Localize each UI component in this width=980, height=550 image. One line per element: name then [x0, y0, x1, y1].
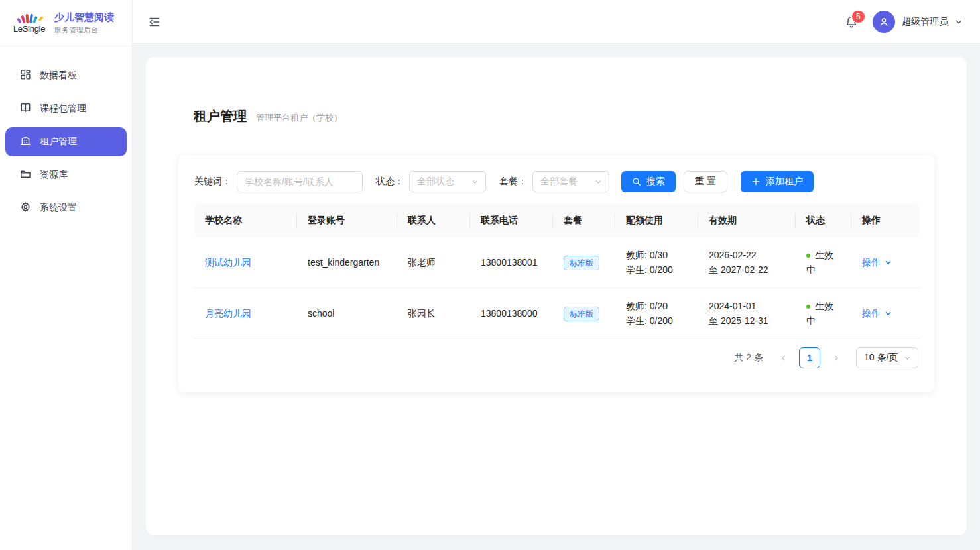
notifications-button[interactable]: 5 — [845, 15, 858, 28]
sidebar-menu: 数据看板 课程包管理 租户管理 资源库 — [0, 46, 132, 223]
reset-button[interactable]: 重 置 — [684, 171, 727, 192]
status-cell: 生效中 — [796, 237, 851, 288]
status-badge: 生效中 — [806, 250, 833, 275]
next-page-button[interactable] — [826, 347, 847, 368]
brand-logo-icon: LeSingle — [11, 12, 48, 34]
sidebar: LeSingle 少儿智慧阅读 服务管理后台 数据看板 课程包管理 — [0, 0, 133, 550]
col-school: 学校名称 — [194, 204, 297, 237]
collapse-sidebar-button[interactable] — [149, 16, 160, 28]
notification-badge: 5 — [851, 10, 865, 23]
col-status: 状态 — [796, 204, 851, 237]
col-account: 登录账号 — [297, 204, 397, 237]
quota-cell: 教师: 0/30 学生: 0/200 — [615, 237, 698, 288]
chevron-down-icon — [471, 178, 479, 186]
plus-icon — [751, 177, 761, 186]
person-icon — [878, 16, 890, 28]
gear-icon — [20, 201, 31, 215]
sidebar-item-course-packages[interactable]: 课程包管理 — [5, 94, 127, 123]
page-header: 租户管理 管理平台租户（学校） — [178, 107, 935, 125]
col-quota: 配额使用 — [615, 204, 698, 237]
col-actions: 操作 — [851, 204, 920, 237]
school-link[interactable]: 测试幼儿园 — [205, 257, 251, 268]
sidebar-item-settings[interactable]: 系统设置 — [5, 193, 127, 223]
plan-badge: 标准版 — [564, 256, 599, 270]
plan-badge: 标准版 — [564, 307, 599, 321]
page-number-button[interactable]: 1 — [799, 347, 820, 368]
table-header-row: 学校名称 登录账号 联系人 联系电话 套餐 配额使用 有效期 状态 操作 — [194, 204, 920, 237]
sidebar-item-label: 数据看板 — [40, 70, 77, 82]
pagination: 共 2 条 1 10 条/页 — [194, 347, 918, 368]
book-icon — [20, 102, 31, 115]
sidebar-item-dashboard[interactable]: 数据看板 — [5, 61, 127, 90]
chevron-right-icon — [833, 355, 840, 362]
status-label: 状态： — [376, 176, 404, 188]
main-area: 5 超级管理员 租户管理 管理平台租户（学校） — [133, 0, 980, 550]
page-title: 租户管理 — [194, 107, 247, 125]
col-plan: 套餐 — [553, 204, 615, 237]
phone-cell: 13800138001 — [470, 237, 553, 288]
quota-cell: 教师: 0/20 学生: 0/200 — [615, 288, 698, 339]
status-dot-icon — [806, 305, 810, 309]
plan-label: 套餐： — [499, 176, 527, 188]
sidebar-item-label: 课程包管理 — [40, 103, 86, 115]
sidebar-item-tenants[interactable]: 租户管理 — [5, 127, 127, 156]
topbar: 5 超级管理员 — [133, 0, 980, 44]
phone-cell: 13800138000 — [470, 288, 553, 339]
dashboard-icon — [20, 69, 31, 82]
brand: LeSingle 少儿智慧阅读 服务管理后台 — [0, 0, 132, 46]
status-select[interactable]: 全部状态 — [409, 171, 486, 192]
brand-subtitle: 服务管理后台 — [54, 25, 114, 35]
sidebar-item-label: 系统设置 — [40, 202, 77, 214]
total-count: 共 2 条 — [734, 352, 763, 364]
user-name: 超级管理员 — [902, 16, 948, 28]
account-cell: test_kindergarten — [297, 237, 397, 288]
tenant-panel: 关键词： 状态： 全部状态 套餐： 全部套餐 — [178, 154, 935, 393]
content: 租户管理 管理平台租户（学校） 关键词： 状态： 全部状态 — [133, 44, 980, 550]
table-row: 月亮幼儿园 school 张园长 13800138000 标准版 教师: 0/2… — [194, 288, 920, 339]
chevron-left-icon — [780, 355, 787, 362]
prev-page-button[interactable] — [772, 347, 794, 368]
filter-bar: 关键词： 状态： 全部状态 套餐： 全部套餐 — [194, 171, 918, 192]
status-badge: 生效中 — [806, 301, 833, 326]
row-actions-dropdown[interactable]: 操作 — [862, 306, 892, 321]
search-icon — [632, 177, 641, 186]
building-icon — [20, 135, 31, 148]
sidebar-item-label: 租户管理 — [40, 136, 77, 148]
school-link[interactable]: 月亮幼儿园 — [205, 308, 251, 319]
avatar — [873, 11, 895, 33]
chevron-down-icon — [904, 355, 911, 362]
contact-cell: 张老师 — [397, 237, 470, 288]
validity-cell: 2026-02-22 至 2027-02-22 — [698, 237, 796, 288]
page-size-select[interactable]: 10 条/页 — [856, 347, 918, 368]
plan-select[interactable]: 全部套餐 — [532, 171, 609, 192]
tenant-table: 学校名称 登录账号 联系人 联系电话 套餐 配额使用 有效期 状态 操作 — [194, 204, 920, 339]
brand-logo-text: LeSingle — [13, 24, 45, 34]
rainbow-bars-icon — [18, 12, 40, 23]
sidebar-item-resources[interactable]: 资源库 — [5, 160, 127, 190]
add-tenant-button[interactable]: 添加租户 — [741, 171, 814, 192]
status-cell: 生效中 — [796, 288, 851, 339]
keyword-label: 关键词： — [194, 176, 231, 188]
brand-title: 少儿智慧阅读 — [54, 11, 114, 23]
search-button[interactable]: 搜索 — [621, 171, 676, 192]
col-contact: 联系人 — [397, 204, 470, 237]
chevron-down-icon — [595, 178, 602, 186]
page-subtitle: 管理平台租户（学校） — [256, 112, 342, 124]
validity-cell: 2024-01-01 至 2025-12-31 — [698, 288, 796, 339]
account-cell: school — [297, 288, 397, 339]
app-root: LeSingle 少儿智慧阅读 服务管理后台 数据看板 课程包管理 — [0, 0, 980, 550]
col-validity: 有效期 — [698, 204, 796, 237]
col-phone: 联系电话 — [470, 204, 553, 237]
row-actions-dropdown[interactable]: 操作 — [862, 255, 892, 270]
chevron-down-icon — [955, 18, 963, 26]
keyword-input[interactable] — [237, 171, 363, 192]
folder-icon — [20, 168, 31, 182]
chevron-down-icon — [885, 259, 892, 266]
table-row: 测试幼儿园 test_kindergarten 张老师 13800138001 … — [194, 237, 920, 288]
sidebar-item-label: 资源库 — [40, 169, 68, 181]
status-dot-icon — [806, 254, 810, 258]
chevron-down-icon — [885, 310, 892, 317]
page-card: 租户管理 管理平台租户（学校） 关键词： 状态： 全部状态 — [146, 57, 967, 535]
user-menu[interactable]: 超级管理员 — [873, 11, 963, 33]
contact-cell: 张园长 — [397, 288, 470, 339]
